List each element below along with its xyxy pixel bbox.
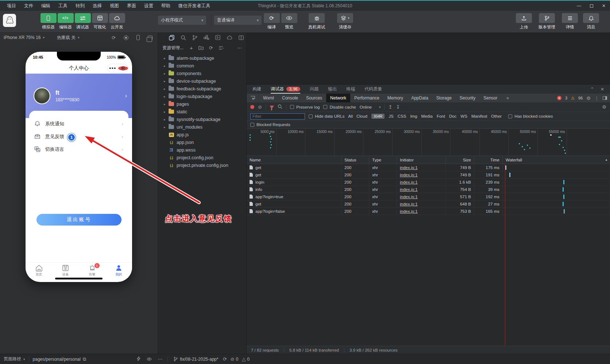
request-row[interactable]: get 200 xhr index.js:1 749 B 191 ms (247, 171, 610, 179)
tree-item[interactable]: {..}project.private.config.json (158, 161, 246, 169)
blocked-requests-checkbox[interactable]: Blocked Requests (247, 121, 610, 128)
close-panel-icon[interactable]: ✕ (601, 87, 604, 92)
menu-view[interactable]: 视图 (107, 2, 122, 10)
column-status[interactable]: Status (341, 156, 369, 164)
tree-item[interactable]: ▸feedback-subpackage (158, 85, 246, 93)
tab-code-quality[interactable]: 代码质量 (364, 85, 382, 94)
collapse-panel-icon[interactable]: ⌃ (590, 87, 594, 92)
initiator-link[interactable]: index.js:1 (400, 165, 418, 170)
more-icon[interactable]: ⋯ (158, 356, 162, 362)
device-frame-icon[interactable] (136, 35, 140, 40)
column-waterfall[interactable]: Waterfall▲ (503, 156, 610, 164)
extensions-icon[interactable] (204, 35, 209, 40)
tree-item[interactable]: ▸uni_modules (158, 123, 246, 131)
eye-icon[interactable] (147, 356, 152, 362)
initiator-link[interactable]: index.js:1 (400, 180, 418, 184)
search-icon[interactable] (181, 35, 186, 40)
initiator-link[interactable]: index.js:1 (400, 173, 418, 177)
throttling-select[interactable]: Online▾ (360, 105, 381, 109)
menu-wechat-devtools[interactable]: 微信开发者工具 (175, 2, 214, 10)
filter-chip[interactable]: Font (437, 114, 445, 118)
filter-chip[interactable]: Doc (449, 114, 456, 118)
network-overview-timeline[interactable]: 5000 ms10000 ms15000 ms20000 ms25000 ms3… (247, 128, 610, 156)
multi-device-icon[interactable] (148, 36, 152, 40)
refresh-icon[interactable]: ⟳ (209, 45, 213, 51)
tab-home[interactable]: 首页 (26, 263, 52, 278)
preserve-log-checkbox[interactable]: Preserve log (290, 105, 320, 109)
devtools-tab-performance[interactable]: Performance (350, 94, 383, 102)
more-tabs-icon[interactable]: » (501, 94, 514, 102)
initiator-link[interactable]: index.js:1 (400, 195, 418, 199)
tree-item[interactable]: ▸components (158, 70, 246, 77)
more-icon[interactable]: ⋯ (237, 45, 242, 51)
menu-select[interactable]: 选择 (89, 2, 105, 10)
devtools-tab-network[interactable]: Network (326, 94, 350, 102)
inspect-toggle-icon[interactable] (136, 356, 141, 362)
initiator-link[interactable]: index.js:1 (400, 209, 418, 214)
close-button[interactable]: ✕ (598, 1, 610, 11)
filter-chip[interactable]: Manifest (471, 114, 487, 118)
tab-build[interactable]: 构建 (252, 85, 261, 94)
filter-chip-selected[interactable]: XHR (371, 114, 385, 119)
simulator-toggle-button[interactable]: 模拟器 (40, 13, 57, 30)
filter-chip-all[interactable]: All (348, 114, 353, 118)
messages-button[interactable]: 消息 (582, 13, 601, 30)
tab-terminal[interactable]: 终端 (346, 85, 355, 94)
filter-chip[interactable]: Cloud (356, 114, 367, 118)
menu-file[interactable]: 文件 (21, 2, 36, 10)
debugger-toggle-button[interactable]: 调试器 (74, 13, 91, 30)
editor-toggle-button[interactable]: </> 编辑器 (57, 13, 74, 30)
stop-icon[interactable] (124, 35, 128, 40)
menu-goto[interactable]: 转到 (72, 2, 88, 10)
tree-item[interactable]: ヨapp.wxss (158, 146, 246, 154)
tab-mine[interactable]: 我的 (105, 263, 132, 278)
split-editor-icon[interactable] (239, 35, 244, 40)
filter-chip[interactable]: JS (389, 114, 393, 118)
initiator-link[interactable]: index.js:1 (400, 187, 418, 192)
menu-item-feedback[interactable]: 意见反馈 › (34, 130, 123, 143)
minimize-button[interactable]: — (573, 1, 585, 11)
refresh-simulator-icon[interactable]: ⟳ (112, 35, 116, 40)
current-page-path[interactable]: pages/personal/personal ⧉ (29, 354, 90, 364)
new-file-icon[interactable]: + (190, 45, 193, 51)
filter-chip[interactable]: Img (410, 114, 417, 118)
dock-side-icon[interactable] (603, 96, 607, 100)
column-name[interactable]: Name (247, 156, 341, 164)
menu-interface[interactable]: 界面 (124, 2, 139, 10)
network-settings-icon[interactable]: ⚙ (602, 104, 606, 110)
upload-button[interactable]: 上传 (514, 13, 533, 30)
devtools-tab-wxml[interactable]: Wxml (259, 94, 278, 102)
column-initiator[interactable]: Initiator (397, 156, 446, 164)
tree-item[interactable]: ▸pages (158, 100, 246, 108)
request-row[interactable]: login 200 xhr index.js:1 1.6 kB 239 ms (247, 179, 610, 186)
menu-item-system-notice[interactable]: 系统通知 › (34, 117, 123, 130)
sync-icon[interactable]: ⟳ (223, 356, 227, 362)
version-control-button[interactable]: 版本管理 (536, 13, 558, 30)
devtools-tab-sources[interactable]: Sources (302, 94, 326, 102)
request-row[interactable]: app?login=false 200 xhr index.js:1 753 B… (247, 208, 610, 215)
request-row[interactable]: get 200 xhr index.js:1 648 B 27 ms (247, 200, 610, 208)
devtools-tab-sensor[interactable]: Sensor (479, 94, 501, 102)
record-icon[interactable] (250, 105, 254, 109)
devtools-tab-memory[interactable]: Memory (383, 94, 407, 102)
new-folder-icon[interactable] (198, 46, 204, 50)
logout-button[interactable]: 退出账号 (36, 214, 121, 226)
request-row[interactable]: app?login=true 200 xhr index.js:1 571 B … (247, 193, 610, 200)
tab-problems[interactable]: 问题 (310, 85, 318, 94)
filter-chip[interactable]: Other (491, 114, 502, 118)
export-har-icon[interactable]: ↧ (396, 104, 400, 110)
devtools-tab-security[interactable]: Security (456, 94, 479, 102)
maximize-button[interactable] (585, 1, 598, 11)
hot-reload-toggle[interactable]: 热重载 关 (57, 35, 76, 41)
warning-count[interactable]: 96 (578, 96, 583, 100)
filter-chip[interactable]: CSS (398, 114, 406, 118)
initiator-link[interactable]: index.js:1 (400, 202, 418, 206)
inspect-element-icon[interactable] (247, 94, 259, 102)
import-har-icon[interactable]: ↥ (388, 104, 392, 110)
clear-cache-button[interactable]: ▾ 清缓存 (335, 13, 356, 30)
filter-input[interactable] (250, 113, 305, 120)
visual-toggle-button[interactable]: 可视化 (92, 13, 108, 30)
menu-item-switch-language[interactable]: 切换语言 › (34, 143, 123, 156)
cloud-sync-icon[interactable] (227, 35, 232, 40)
copy-icon[interactable]: ⧉ (83, 356, 86, 362)
